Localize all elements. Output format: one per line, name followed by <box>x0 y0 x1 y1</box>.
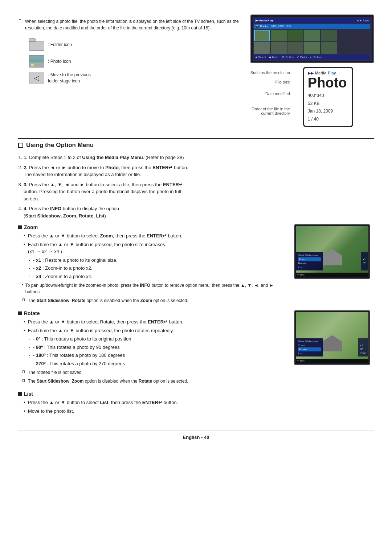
checkbox-icon <box>18 143 23 148</box>
thumb6 <box>254 42 270 54</box>
rotate-note1-icon: 🗒 <box>22 370 26 374</box>
menu-rotate-2: Rotate <box>298 347 321 351</box>
zoom-tv-image: Start Slideshow Zoom Rotate List x1 0º ↩… <box>294 224 374 304</box>
tv-bar-1: ↩ Exit <box>296 273 368 277</box>
rotate-note-1: 🗒 The rotated file is not saved. <box>22 369 287 376</box>
media-bottom-bar: ■ Select ◆ Move ⊞ Option ↵ Enter ↩ Retur… <box>254 55 370 60</box>
photo-icon-label: : Photo icon <box>48 58 71 65</box>
menu-values-1: x1 0º <box>361 252 368 270</box>
list-bullets: Press the ▲ or ▼ button to select List, … <box>24 399 287 415</box>
menu-list-1: List <box>298 265 321 269</box>
val-x1-1: x1 <box>363 257 366 261</box>
rotate-bullet-icon <box>18 311 22 315</box>
rotate-note1-text: The rotated file is not saved. <box>28 369 83 376</box>
resolution-val: 400*340 <box>308 93 324 98</box>
info-box: ▶▶ Media Play Photo 400*340 53 KB Jan 18… <box>303 67 353 127</box>
zoom-bullet-2: Each time the ▲ or ▼ button is pressed, … <box>24 241 287 255</box>
line3 <box>294 88 299 88</box>
rotate-270: - 270º : This rotates a photo by 270 deg… <box>27 360 287 367</box>
val-100-2: 100º <box>360 351 366 355</box>
list-section: List Press the ▲ or ▼ button to select L… <box>18 391 374 416</box>
thumb7 <box>271 42 287 54</box>
size-val: 53 KB <box>308 101 320 106</box>
footer-text: English - 40 <box>183 435 209 440</box>
back-icon: ◁ <box>29 72 44 84</box>
list-content: List Press the ▲ or ▼ button to select L… <box>18 391 287 416</box>
thumb9 <box>304 42 320 54</box>
play-word: Play <box>328 71 336 75</box>
tv-bar-exit-1: ↩ Exit <box>297 273 305 276</box>
list-bullet-2: Move to the photo list. <box>24 408 287 415</box>
val-l-1 <box>363 265 366 269</box>
back-icon-label: : Move to the previousfolder stage icon <box>48 72 91 84</box>
thumb2 <box>271 30 287 41</box>
date-val: Jan 18, 2009 <box>308 109 333 114</box>
zoom-title: Zoom <box>24 224 38 230</box>
rotate-bullets: Press the ▲ or ▼ button to select Rotate… <box>24 318 287 334</box>
zoom-note-icon: 🗒 <box>22 298 26 302</box>
thumb3 <box>287 30 303 41</box>
tv-inner-zoom: Start Slideshow Zoom Rotate List x1 0º ↩… <box>296 226 368 277</box>
rotate-heading: Rotate <box>18 310 287 316</box>
return-label: ↩ Return <box>310 56 322 59</box>
zoom-content: Zoom Press the ▲ or ▼ button to select Z… <box>18 224 287 304</box>
val-x1-2: x1 <box>360 343 366 347</box>
resolution-annotation: Such as the resolution <box>250 70 290 75</box>
rotate-sub-bullets: - 0º : This rotates a photo to its origi… <box>27 335 287 367</box>
list-bullet-icon <box>18 392 22 396</box>
zoom-section: Zoom Press the ▲ or ▼ button to select Z… <box>18 224 374 304</box>
note-icon: 🗒 <box>18 19 22 23</box>
pp-logo: ▶▶ <box>308 71 314 75</box>
order-annotation: Order of the file in thecurrent director… <box>250 107 290 115</box>
thumbnails-row1 <box>254 30 370 41</box>
menu-start-2: Start Slideshow <box>298 339 321 343</box>
tv-screen-rotate: Start Slideshow Zoom Rotate List x1 0º 1… <box>294 310 370 365</box>
media-screen-inner: ▶ Media Play ◄ ► Page 📷 Photo IMG_2856.J… <box>253 17 372 61</box>
photo-icon-item: : Photo icon <box>29 55 243 68</box>
zoom-note-text: The Start Slideshow, Rotate option is di… <box>28 297 188 304</box>
steps-list: 1. Complete Steps 1 to 2 of Using the Me… <box>24 154 374 219</box>
menu-start-1: Start Slideshow <box>298 253 321 257</box>
line2 <box>294 79 299 79</box>
line4 <box>294 100 299 100</box>
tv-bar-exit-2: ↩ Exit <box>297 359 305 362</box>
top-note-row: 🗒 When selecting a photo file, the photo… <box>18 18 243 31</box>
photo-icon <box>29 55 44 68</box>
menu-overlay-2: Start Slideshow Zoom Rotate List <box>296 338 323 356</box>
pan-note-icon: • <box>22 282 23 287</box>
rotate-section: Rotate Press the ▲ or ▼ button to select… <box>18 310 374 384</box>
thumb8 <box>287 42 303 54</box>
date-annotation: Date modified <box>250 91 290 96</box>
info-annotation-area: Such as the resolution File size Date mo… <box>250 67 374 127</box>
zoom-bullets: Press the ▲ or ▼ button to select Zoom, … <box>24 232 287 255</box>
media-screen-page: ◄ ► Page <box>356 19 369 22</box>
select-label: ■ Select <box>256 56 266 59</box>
folder-icon <box>29 38 44 51</box>
step-4: 4. Press the INFO button to display the … <box>24 205 374 219</box>
menu-overlay-1: Start Slideshow Zoom Rotate List <box>296 252 323 270</box>
val-empty-2 <box>360 339 366 343</box>
tv-inner-rotate: Start Slideshow Zoom Rotate List x1 0º 1… <box>296 312 368 363</box>
annotation-labels: Such as the resolution File size Date mo… <box>250 67 290 115</box>
filesize-annotation: File size <box>250 80 290 84</box>
tv-screen-zoom: Start Slideshow Zoom Rotate List x1 0º ↩… <box>294 224 370 279</box>
list-heading: List <box>18 391 287 397</box>
pan-note-text: To pan up/down/left/right in the zoomed-… <box>25 282 287 295</box>
media-screen: ▶ Media Play ◄ ► Page 📷 Photo IMG_2856.J… <box>250 15 374 63</box>
rotate-note2-icon: 🗒 <box>22 378 26 383</box>
rotate-180: - 180º : This rotates a photo by 180 deg… <box>27 352 287 359</box>
menu-zoom-1: Zoom <box>298 257 321 261</box>
rotate-note2-text: The Start Slideshow, Zoom option is disa… <box>28 378 188 384</box>
thumb5 <box>321 30 337 41</box>
selected-photo-label: 📷 Photo IMG_2856.JPG <box>254 24 370 29</box>
media-screen-header: ▶ Media Play ◄ ► Page <box>254 18 370 23</box>
section-title: Using the Option Menu <box>26 142 94 149</box>
move-label: ◆ Move <box>269 56 279 59</box>
info-details: 400*340 53 KB Jan 18, 2009 1 / 40 <box>308 92 347 123</box>
zoom-sub-bullets: - x1 : Restore a photo to its original s… <box>27 257 287 280</box>
step-1: 1. Complete Steps 1 to 2 of Using the Me… <box>24 154 374 161</box>
val-empty-1 <box>363 253 366 257</box>
menu-rotate-1: Rotate <box>298 261 321 265</box>
val-0-2: 0º <box>360 347 366 351</box>
tv-bar-2: ↩ Exit <box>296 359 368 363</box>
